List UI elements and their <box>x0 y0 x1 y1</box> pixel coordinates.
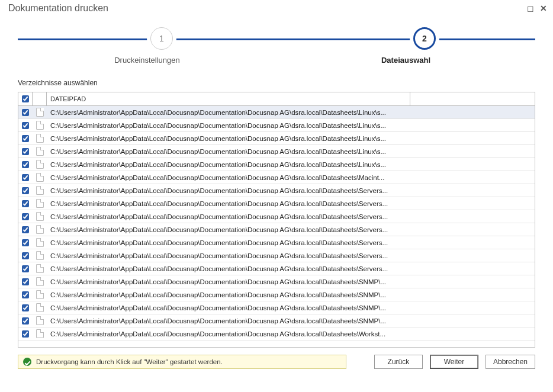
row-checkbox[interactable] <box>22 148 29 155</box>
step-2-number: 2 <box>422 34 427 43</box>
row-checkbox[interactable] <box>22 161 29 168</box>
table-row[interactable]: C:\Users\Administrator\AppData\Local\Doc… <box>18 132 535 145</box>
cancel-button[interactable]: Abbrechen <box>486 355 535 369</box>
row-checkbox[interactable] <box>22 291 29 298</box>
row-checkbox[interactable] <box>22 174 29 181</box>
file-icon <box>36 303 44 312</box>
row-checkbox[interactable] <box>22 304 29 311</box>
row-checkbox-cell <box>18 161 33 168</box>
row-icon-cell <box>33 147 47 156</box>
step-1-number: 1 <box>159 34 164 43</box>
section-label: Verzeichnisse auswählen <box>0 68 553 92</box>
status-bar: Druckvorgang kann durch Klick auf "Weite… <box>18 355 346 369</box>
header-checkbox-cell <box>18 92 33 105</box>
close-icon[interactable]: ✕ <box>540 4 547 13</box>
row-checkbox-cell <box>18 304 33 311</box>
table-row[interactable]: C:\Users\Administrator\AppData\Local\Doc… <box>18 236 535 249</box>
table-row[interactable]: C:\Users\Administrator\AppData\Local\Doc… <box>18 106 535 119</box>
header-path[interactable]: DATEIPFAD <box>47 92 410 105</box>
row-checkbox-cell <box>18 148 33 155</box>
table-row[interactable]: C:\Users\Administrator\AppData\Local\Doc… <box>18 184 535 197</box>
row-icon-cell <box>33 316 47 325</box>
row-checkbox[interactable] <box>22 109 29 116</box>
table-row[interactable]: C:\Users\Administrator\AppData\Local\Doc… <box>18 223 535 236</box>
row-path: C:\Users\Administrator\AppData\Local\Doc… <box>47 135 535 142</box>
back-button[interactable]: Zurück <box>374 355 423 369</box>
table-row[interactable]: C:\Users\Administrator\AppData\Local\Doc… <box>18 288 535 301</box>
file-icon <box>36 147 44 156</box>
row-checkbox[interactable] <box>22 213 29 220</box>
row-icon-cell <box>33 277 47 286</box>
table-header-row: DATEIPFAD <box>18 92 535 106</box>
header-empty <box>410 92 535 105</box>
row-icon-cell <box>33 212 47 221</box>
row-checkbox[interactable] <box>22 135 29 142</box>
dialog-window: Dokumentation drucken ◻ ✕ 1 2 Druckeinst… <box>0 0 553 392</box>
table-row[interactable]: C:\Users\Administrator\AppData\Local\Doc… <box>18 145 535 158</box>
row-icon-cell <box>33 199 47 208</box>
table-row[interactable]: C:\Users\Administrator\AppData\Local\Doc… <box>18 327 535 340</box>
row-checkbox-cell <box>18 265 33 272</box>
file-icon <box>36 251 44 260</box>
success-icon <box>23 358 31 366</box>
row-icon-cell <box>33 290 47 299</box>
row-checkbox-cell <box>18 278 33 285</box>
next-button[interactable]: Weiter <box>430 355 478 369</box>
row-checkbox[interactable] <box>22 239 29 246</box>
row-checkbox-cell <box>18 135 33 142</box>
row-checkbox[interactable] <box>22 265 29 272</box>
row-checkbox-cell <box>18 187 33 194</box>
step-2-circle[interactable]: 2 <box>413 27 436 50</box>
titlebar-controls: ◻ ✕ <box>527 4 547 13</box>
row-path: C:\Users\Administrator\AppData\Local\Doc… <box>47 109 535 116</box>
table-row[interactable]: C:\Users\Administrator\AppData\Local\Doc… <box>18 158 535 171</box>
row-checkbox-cell <box>18 109 33 116</box>
table-row[interactable]: C:\Users\Administrator\AppData\Local\Doc… <box>18 197 535 210</box>
table-body[interactable]: C:\Users\Administrator\AppData\Local\Doc… <box>18 106 535 347</box>
row-icon-cell <box>33 225 47 234</box>
file-icon <box>36 186 44 195</box>
table-row[interactable]: C:\Users\Administrator\AppData\Local\Doc… <box>18 262 535 275</box>
file-icon <box>36 173 44 182</box>
row-checkbox[interactable] <box>22 330 29 338</box>
table-row[interactable]: C:\Users\Administrator\AppData\Local\Doc… <box>18 314 535 327</box>
table-row[interactable]: C:\Users\Administrator\AppData\Local\Doc… <box>18 249 535 262</box>
row-icon-cell <box>33 303 47 312</box>
row-checkbox-cell <box>18 200 33 207</box>
file-icon <box>36 199 44 208</box>
row-checkbox[interactable] <box>22 252 29 259</box>
row-path: C:\Users\Administrator\AppData\Local\Doc… <box>47 239 535 246</box>
row-checkbox[interactable] <box>22 278 29 285</box>
row-checkbox[interactable] <box>22 122 29 129</box>
select-all-checkbox[interactable] <box>22 95 29 102</box>
row-checkbox[interactable] <box>22 317 29 324</box>
file-icon <box>36 264 44 273</box>
row-icon-cell <box>33 238 47 247</box>
row-path: C:\Users\Administrator\AppData\Local\Doc… <box>47 252 535 259</box>
row-icon-cell <box>33 160 47 169</box>
table-row[interactable]: C:\Users\Administrator\AppData\Local\Doc… <box>18 119 535 132</box>
row-checkbox-cell <box>18 122 33 129</box>
step-2-label: Dateiauswahl <box>276 56 535 65</box>
file-icon <box>36 108 44 117</box>
table-row[interactable]: C:\Users\Administrator\AppData\Local\Doc… <box>18 301 535 314</box>
file-icon <box>36 329 44 338</box>
row-path: C:\Users\Administrator\AppData\Local\Doc… <box>47 291 535 298</box>
row-checkbox[interactable] <box>22 187 29 194</box>
table-row[interactable]: C:\Users\Administrator\AppData\Local\Doc… <box>18 275 535 288</box>
row-icon-cell <box>33 329 47 338</box>
maximize-icon[interactable]: ◻ <box>527 4 534 13</box>
step-1-circle[interactable]: 1 <box>150 27 173 50</box>
row-checkbox-cell <box>18 239 33 246</box>
row-checkbox[interactable] <box>22 226 29 233</box>
file-icon <box>36 160 44 169</box>
window-title: Dokumentation drucken <box>8 3 108 14</box>
row-icon-cell <box>33 251 47 260</box>
row-path: C:\Users\Administrator\AppData\Local\Doc… <box>47 148 535 155</box>
table-row[interactable]: C:\Users\Administrator\AppData\Local\Doc… <box>18 171 535 184</box>
row-checkbox[interactable] <box>22 200 29 207</box>
row-path: C:\Users\Administrator\AppData\Local\Doc… <box>47 265 535 272</box>
table-row[interactable]: C:\Users\Administrator\AppData\Local\Doc… <box>18 210 535 223</box>
row-path: C:\Users\Administrator\AppData\Local\Doc… <box>47 317 535 324</box>
stepper-line <box>18 38 535 40</box>
